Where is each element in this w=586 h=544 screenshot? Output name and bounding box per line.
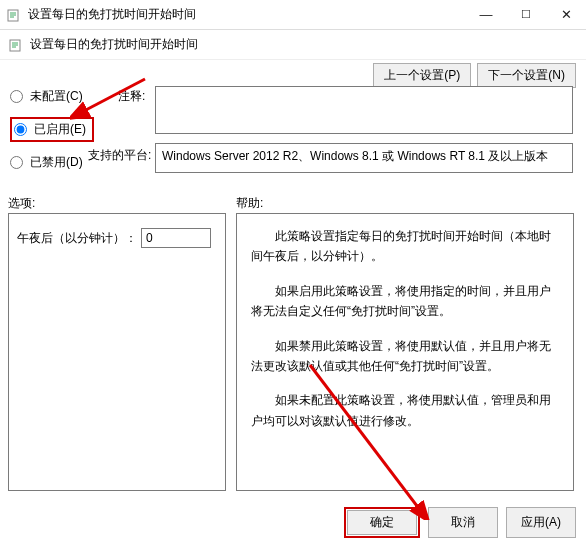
titlebar: 设置每日的免打扰时间开始时间 — ☐ ✕ xyxy=(0,0,586,30)
help-p2: 如果启用此策略设置，将使用指定的时间，并且用户将无法自定义任何“免打扰时间”设置… xyxy=(251,281,559,322)
ok-highlight: 确定 xyxy=(344,507,420,538)
options-panel: 午夜后（以分钟计）： xyxy=(8,213,226,491)
next-setting-button[interactable]: 下一个设置(N) xyxy=(477,63,576,88)
radio-disabled-input[interactable] xyxy=(10,156,23,169)
subheader-title: 设置每日的免打扰时间开始时间 xyxy=(30,36,198,53)
state-radios: 未配置(C) 已启用(E) 已禁用(D) xyxy=(10,88,94,171)
options-label: 选项: xyxy=(8,195,35,212)
minimize-button[interactable]: — xyxy=(466,0,506,29)
radio-enabled-highlight: 已启用(E) xyxy=(10,117,94,142)
help-p3: 如果禁用此策略设置，将使用默认值，并且用户将无法更改该默认值或其他任何“免打扰时… xyxy=(251,336,559,377)
help-label: 帮助: xyxy=(236,195,263,212)
apply-button[interactable]: 应用(A) xyxy=(506,507,576,538)
radio-enabled-input[interactable] xyxy=(14,123,27,136)
comment-textarea[interactable] xyxy=(155,86,573,134)
cancel-button[interactable]: 取消 xyxy=(428,507,498,538)
platform-box: Windows Server 2012 R2、Windows 8.1 或 Win… xyxy=(155,143,573,173)
ok-button[interactable]: 确定 xyxy=(347,510,417,535)
window-title: 设置每日的免打扰时间开始时间 xyxy=(28,6,466,23)
platform-label: 支持的平台: xyxy=(88,147,151,164)
comment-label: 注释: xyxy=(118,88,145,105)
radio-disabled-label: 已禁用(D) xyxy=(30,154,83,171)
prev-setting-button[interactable]: 上一个设置(P) xyxy=(373,63,471,88)
platform-text: Windows Server 2012 R2、Windows 8.1 或 Win… xyxy=(162,149,548,163)
window-controls: — ☐ ✕ xyxy=(466,0,586,29)
radio-disabled[interactable]: 已禁用(D) xyxy=(10,154,94,171)
dialog-buttons: 确定 取消 应用(A) xyxy=(344,507,576,538)
help-p1: 此策略设置指定每日的免打扰时间开始时间（本地时间午夜后，以分钟计）。 xyxy=(251,226,559,267)
radio-not-configured-label: 未配置(C) xyxy=(30,88,83,105)
policy-icon xyxy=(6,7,22,23)
radio-not-configured[interactable]: 未配置(C) xyxy=(10,88,94,105)
minutes-spinner[interactable] xyxy=(141,228,211,248)
radio-not-configured-input[interactable] xyxy=(10,90,23,103)
subheader: 设置每日的免打扰时间开始时间 xyxy=(0,30,586,60)
help-p4: 如果未配置此策略设置，将使用默认值，管理员和用户均可以对该默认值进行修改。 xyxy=(251,390,559,431)
spinner-row: 午夜后（以分钟计）： xyxy=(17,228,217,248)
radio-enabled-label: 已启用(E) xyxy=(34,121,86,138)
policy-icon xyxy=(8,37,24,53)
help-panel: 此策略设置指定每日的免打扰时间开始时间（本地时间午夜后，以分钟计）。 如果启用此… xyxy=(236,213,574,491)
radio-enabled[interactable]: 已启用(E) xyxy=(14,121,86,138)
maximize-button[interactable]: ☐ xyxy=(506,0,546,29)
spinner-label: 午夜后（以分钟计）： xyxy=(17,230,137,247)
close-button[interactable]: ✕ xyxy=(546,0,586,29)
nav-buttons: 上一个设置(P) 下一个设置(N) xyxy=(373,63,576,88)
